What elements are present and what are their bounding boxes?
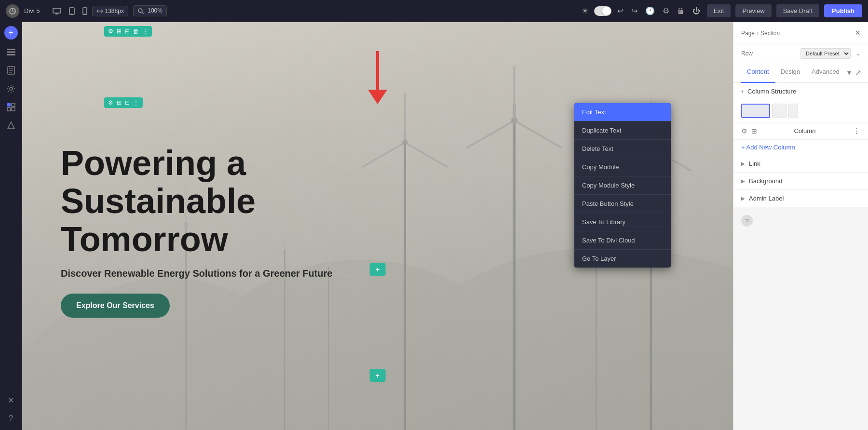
settings-btn[interactable]: ⚙: [661, 4, 671, 17]
width-display: 1388px: [92, 6, 128, 16]
svg-rect-14: [7, 108, 11, 111]
section-duplicate-icon[interactable]: ⊞: [116, 27, 122, 35]
col-1-option[interactable]: [741, 104, 770, 118]
section-toolbar: ⚙ ⊞ ⊟ 🗑 ⋮: [104, 26, 152, 37]
context-menu-item-copy-module[interactable]: Copy Module: [574, 158, 671, 176]
svg-rect-8: [7, 52, 15, 53]
add-module-btn-top[interactable]: +: [370, 263, 386, 276]
sidebar-help-btn[interactable]: ?: [3, 411, 19, 426]
hero-title: Powering a Sustainable Tomorrow: [61, 144, 398, 259]
svg-rect-15: [12, 108, 15, 111]
context-menu: Edit Text Duplicate Text Delete Text Cop…: [574, 103, 671, 268]
tab-design[interactable]: Design: [775, 63, 806, 83]
section-settings-icon[interactable]: ⚙: [107, 27, 114, 35]
context-menu-item-paste-button-style[interactable]: Paste Button Style: [574, 195, 671, 213]
link-section-header[interactable]: ▶ Link: [733, 155, 868, 172]
preset-chevron-icon: ⌄: [855, 50, 860, 57]
svg-point-3: [71, 13, 72, 14]
column-structure-header[interactable]: ▾ Column Structure: [733, 83, 868, 100]
main-layout: + ✕ ?: [0, 22, 868, 430]
panel-expand-icon[interactable]: ↗: [853, 63, 863, 82]
breadcrumb: Page › Section: [741, 30, 780, 37]
svg-rect-7: [7, 49, 15, 50]
help-button[interactable]: ?: [741, 215, 753, 227]
section-move-icon[interactable]: ⊟: [124, 27, 131, 35]
module-move-icon[interactable]: ⊟: [124, 99, 131, 107]
column-label-text: Column: [761, 127, 849, 134]
module-settings-icon[interactable]: ⚙: [107, 99, 114, 107]
publish-button[interactable]: Publish: [824, 4, 862, 17]
column-structure-label: Column Structure: [747, 88, 796, 95]
panel-close-button[interactable]: ×: [855, 28, 860, 38]
admin-label-section-header[interactable]: ▶ Admin Label: [733, 190, 868, 207]
sidebar-tools-btn[interactable]: ✕: [3, 392, 19, 408]
context-menu-item-delete-text[interactable]: Delete Text: [574, 140, 671, 158]
context-menu-item-save-to-library[interactable]: Save To Library: [574, 213, 671, 231]
background-chevron-icon: ▶: [741, 178, 745, 184]
history-btn[interactable]: 🕐: [643, 4, 657, 17]
trash-btn[interactable]: 🗑: [675, 5, 687, 17]
right-panel: Page › Section × Row Default Preset ⌄ Co…: [733, 22, 868, 430]
sidebar-settings-btn[interactable]: [3, 81, 19, 96]
column-gear-icon[interactable]: ⚙: [741, 127, 747, 135]
hero-cta-button[interactable]: Explore Our Services: [61, 294, 170, 318]
add-element-button[interactable]: +: [4, 26, 18, 40]
column-more-icon[interactable]: ⋮: [853, 126, 860, 135]
link-chevron-icon: ▶: [741, 161, 745, 166]
sidebar-pages-btn[interactable]: [3, 63, 19, 78]
tab-content[interactable]: Content: [741, 63, 775, 83]
row-preset-row: Row Default Preset ⌄: [733, 44, 868, 63]
save-draft-button[interactable]: Save Draft: [776, 4, 819, 17]
panel-tabs: Content Design Advanced ▾ ↗: [733, 63, 868, 83]
column-header-row: ⚙ ⊞ Column ⋮: [733, 122, 868, 140]
tab-advanced[interactable]: Advanced: [806, 63, 845, 83]
app-icon: [6, 4, 19, 18]
background-section-header[interactable]: ▶ Background: [733, 173, 868, 189]
svg-point-6: [138, 9, 142, 13]
col-2-option[interactable]: [772, 104, 787, 118]
context-menu-item-save-to-divi-cloud[interactable]: Save To Divi Cloud: [574, 231, 671, 250]
preview-button[interactable]: Preview: [735, 4, 771, 17]
context-menu-item-edit-text[interactable]: Edit Text: [574, 103, 671, 121]
add-column-button[interactable]: + Add New Column: [733, 140, 868, 155]
desktop-view-btn[interactable]: [50, 6, 64, 16]
context-menu-item-copy-module-style[interactable]: Copy Module Style: [574, 176, 671, 195]
undo-btn[interactable]: ↩: [615, 4, 625, 17]
sidebar-library-btn[interactable]: [3, 118, 19, 133]
context-menu-item-duplicate-text[interactable]: Duplicate Text: [574, 121, 671, 140]
redo-btn[interactable]: ↪: [629, 4, 639, 17]
breadcrumb-page: Page: [741, 30, 755, 37]
background-label: Background: [749, 177, 782, 185]
column-selector: [733, 100, 868, 122]
admin-label-section: ▶ Admin Label: [733, 190, 868, 207]
tab-more-dropdown[interactable]: ▾: [845, 63, 853, 82]
add-module-btn-bottom[interactable]: +: [370, 369, 386, 382]
section-more-icon[interactable]: ⋮: [141, 27, 149, 35]
device-group: 1388px: [50, 5, 128, 17]
svg-rect-13: [12, 103, 15, 107]
svg-rect-1: [53, 8, 61, 13]
theme-toggle-btn[interactable]: ☀: [580, 4, 590, 17]
power-btn[interactable]: ⏻: [691, 5, 702, 17]
admin-label-text: Admin Label: [749, 195, 784, 202]
col-3-option[interactable]: [788, 104, 798, 118]
topbar: Divi 5 1388px 100% ☀ ↩ ↪ 🕐 ⚙ �: [0, 0, 868, 22]
app-title: Divi 5: [24, 7, 40, 14]
admin-label-chevron-icon: ▶: [741, 196, 745, 201]
toggle-switch[interactable]: [594, 6, 611, 16]
module-more-icon[interactable]: ⋮: [132, 99, 140, 107]
context-menu-item-go-to-layer[interactable]: Go To Layer: [574, 250, 671, 268]
preset-select[interactable]: Default Preset: [800, 48, 851, 59]
column-structure-chevron: ▾: [741, 89, 744, 94]
mobile-view-btn[interactable]: [80, 5, 90, 17]
exit-button[interactable]: Exit: [707, 4, 731, 17]
column-copy-icon[interactable]: ⊞: [751, 127, 757, 135]
sidebar-layers-btn[interactable]: [3, 44, 19, 60]
module-duplicate-icon[interactable]: ⊞: [116, 99, 122, 107]
tablet-view-btn[interactable]: [66, 5, 78, 17]
add-module-area-bottom: +: [370, 369, 386, 382]
section-trash-icon[interactable]: 🗑: [132, 27, 140, 35]
link-label: Link: [749, 160, 760, 167]
breadcrumb-separator: ›: [757, 30, 759, 37]
sidebar-modules-btn[interactable]: [3, 99, 19, 115]
